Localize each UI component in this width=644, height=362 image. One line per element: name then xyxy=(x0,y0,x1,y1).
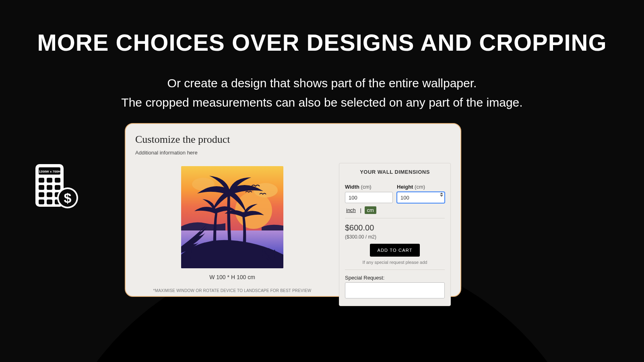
customizer-panel: Customize the product Additional informa… xyxy=(125,123,461,297)
price-total: $600.00 xyxy=(345,223,445,232)
hero-subtitle: Or create a design that shows part of th… xyxy=(0,74,644,112)
svg-rect-7 xyxy=(47,185,52,190)
svg-rect-5 xyxy=(55,178,60,183)
svg-rect-6 xyxy=(39,185,44,190)
dimensions-form: YOUR WALL DIMENSIONS Width (cm) Height (… xyxy=(339,163,451,306)
svg-text:$: $ xyxy=(64,190,72,206)
unit-toggle: inch | cm xyxy=(345,207,445,213)
svg-text:1200W x 700H: 1200W x 700H xyxy=(39,170,60,173)
form-heading: YOUR WALL DIMENSIONS xyxy=(345,169,445,175)
width-input[interactable] xyxy=(345,192,393,203)
special-request-label: Special Request: xyxy=(345,275,445,281)
add-to-cart-button[interactable]: ADD TO CART xyxy=(370,244,419,257)
height-label: Height (cm) xyxy=(397,184,425,190)
unit-separator: | xyxy=(360,207,361,213)
svg-rect-9 xyxy=(39,192,44,197)
wallpaper-preview[interactable] xyxy=(181,166,283,268)
calculator-dollar-icon: 1200W x 700H $ xyxy=(33,163,80,212)
special-request-textarea[interactable] xyxy=(345,282,445,298)
svg-rect-12 xyxy=(39,200,44,204)
maximize-note: *MAXIMISE WINDOW OR ROTATE DEVICE TO LAN… xyxy=(153,288,312,293)
svg-rect-4 xyxy=(47,178,52,183)
svg-rect-8 xyxy=(55,185,60,190)
unit-cm-button[interactable]: cm xyxy=(365,206,376,214)
panel-subtitle: Additional information here xyxy=(135,150,451,156)
width-label: Width (cm) xyxy=(345,184,372,190)
preview-column: W 100 * H 100 cm *MAXIMISE WINDOW OR ROT… xyxy=(135,163,329,306)
panel-title: Customize the product xyxy=(135,134,451,146)
hero-title: MORE CHOICES OVER DESIGNS AND CROPPING xyxy=(0,29,644,56)
unit-inch-button[interactable]: inch xyxy=(345,207,357,214)
svg-rect-10 xyxy=(47,192,52,197)
svg-rect-13 xyxy=(47,200,52,204)
height-input[interactable] xyxy=(397,192,445,203)
price-per-m2: ($300.00 / m2) xyxy=(345,234,445,240)
special-request-note: If any special request please add xyxy=(345,260,445,265)
stepper-icon[interactable] xyxy=(440,193,443,197)
hero-sub-line1: Or create a design that shows part of th… xyxy=(0,74,644,93)
svg-rect-3 xyxy=(39,178,44,183)
hero-sub-line2: The cropped measurements can also be sel… xyxy=(0,93,644,112)
preview-dimensions: W 100 * H 100 cm xyxy=(209,274,255,280)
